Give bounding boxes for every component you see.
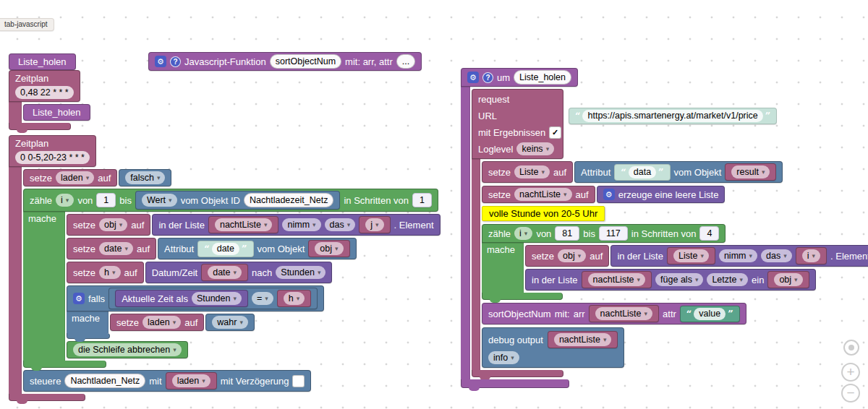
loop-var-dropdown[interactable]: i▾ xyxy=(514,227,532,240)
delay-checkbox[interactable] xyxy=(292,375,305,387)
block-left-wall[interactable] xyxy=(9,167,22,394)
um-header[interactable]: ⚙ ? um Liste_holen xyxy=(461,68,578,87)
zeitplan-block-1[interactable]: Zeitplan 0,48 22 * * * Liste_holen xyxy=(9,70,90,130)
if-block[interactable]: ⚙ falls Aktuelle Zeit als Stunden▾ =▾ xyxy=(67,285,324,339)
break-dropdown[interactable]: die Schleife abbrechen▾ xyxy=(73,343,182,356)
block-foot[interactable] xyxy=(472,370,563,377)
if-header[interactable]: ⚙ falls Aktuelle Zeit als Stunden▾ =▾ xyxy=(67,285,324,311)
procedure-name-field[interactable]: Liste_holen xyxy=(514,70,571,85)
block-left-wall[interactable] xyxy=(472,159,480,370)
number-shadow-block[interactable]: 1 xyxy=(412,193,432,207)
zoom-out-button[interactable]: − xyxy=(841,384,860,402)
set-variable-block[interactable]: setze date▾ auf xyxy=(67,238,156,259)
function-call-block[interactable]: sortObjectNum mit: arr nachtListe▾ attr … xyxy=(482,303,746,324)
set-variable-block[interactable]: setze nachtListe▾ auf xyxy=(482,186,595,203)
count-loop-header[interactable]: zähle i▾ von 1 bis Wert▾ vom Objekt ID N… xyxy=(23,189,438,212)
do-wall[interactable]: mache xyxy=(23,212,65,361)
comment-note[interactable]: volle Stunde von 20-5 Uhr xyxy=(482,206,605,221)
variable-dropdown[interactable]: laden▾ xyxy=(142,316,181,329)
call-liste-holen-block[interactable]: Liste_holen xyxy=(23,104,90,121)
variable-dropdown[interactable]: nachtListe▾ xyxy=(554,333,612,346)
zoom-in-button[interactable]: + xyxy=(841,363,860,382)
number-shadow-block[interactable]: 117 xyxy=(599,226,628,241)
variable-dropdown[interactable]: nachtListe▾ xyxy=(514,188,572,201)
value-dropdown[interactable]: Wert▾ xyxy=(142,194,177,207)
cron-field[interactable]: 0,48 22 * * * xyxy=(15,86,74,99)
set-variable-block[interactable]: setze h▾ auf xyxy=(67,262,144,283)
variable-dropdown[interactable]: date▾ xyxy=(99,242,133,255)
variable-dropdown[interactable]: Liste▾ xyxy=(514,165,550,178)
boolean-dropdown[interactable]: falsch▾ xyxy=(125,171,165,184)
gear-icon[interactable]: ⚙ xyxy=(603,189,615,200)
gear-icon[interactable]: ⚙ xyxy=(73,293,85,304)
block-foot[interactable] xyxy=(482,293,563,300)
string-value[interactable]: https://apis.smartenergy.at/market/v1/pr… xyxy=(582,110,762,122)
boolean-dropdown[interactable]: wahr▾ xyxy=(212,316,248,329)
block-left-wall[interactable] xyxy=(461,87,470,379)
variable-dropdown[interactable]: laden▾ xyxy=(56,171,94,184)
variable-get-block[interactable]: Liste▾ xyxy=(667,247,715,264)
mode-dropdown[interactable]: nimm▾ xyxy=(719,249,757,262)
unit-dropdown[interactable]: Stunden▾ xyxy=(276,266,326,279)
block-foot[interactable] xyxy=(461,379,569,388)
zeitplan-header[interactable]: Zeitplan 0 0-5,20-23 * * * xyxy=(9,135,96,167)
request-block[interactable]: request URL mit Ergebnissen ✓ Loglevel k… xyxy=(472,89,868,377)
boolean-true-block[interactable]: wahr▾ xyxy=(205,314,255,331)
loglevel-dropdown[interactable]: keins▾ xyxy=(516,142,554,155)
position-dropdown[interactable]: Letzte▾ xyxy=(707,273,748,286)
string-value[interactable]: date xyxy=(212,243,239,255)
string-block[interactable]: “ value ” xyxy=(680,306,740,322)
variable-dropdown[interactable]: nachtListe▾ xyxy=(595,307,653,320)
do-wall[interactable]: mache xyxy=(67,311,109,333)
variable-get-block[interactable]: nachtListe▾ xyxy=(582,271,652,288)
variable-dropdown[interactable]: Liste▾ xyxy=(673,249,709,262)
current-time-block[interactable]: Aktuelle Zeit als Stunden▾ xyxy=(115,290,248,307)
datetime-convert-block[interactable]: Datum/Zeit date▾ nach Stunden▾ xyxy=(145,262,333,283)
variable-get-block[interactable]: date▾ xyxy=(201,264,248,281)
count-loop-block[interactable]: zähle i▾ von 81 bis 117 in Schritten von… xyxy=(482,224,868,300)
set-variable-block[interactable]: setze obj▾ auf xyxy=(525,245,609,267)
set-variable-block[interactable]: setze laden▾ auf xyxy=(110,314,204,331)
variable-dropdown[interactable]: laden▾ xyxy=(172,374,210,387)
variable-dropdown[interactable]: h▾ xyxy=(284,292,305,305)
list-get-block[interactable]: in der Liste nachtListe▾ nimm▾ das▾ j▾ xyxy=(152,214,440,236)
boolean-false-block[interactable]: falsch▾ xyxy=(119,169,171,186)
variable-get-block[interactable]: obj▾ xyxy=(308,240,349,257)
variable-dropdown[interactable]: nachtListe▾ xyxy=(215,218,273,231)
variable-get-block[interactable]: laden▾ xyxy=(166,372,217,389)
request-header[interactable]: request URL mit Ergebnissen ✓ Loglevel k… xyxy=(472,89,563,159)
zeitplan-header[interactable]: Zeitplan 0,48 22 * * * xyxy=(9,70,80,102)
url-string-block[interactable]: “ https://apis.smartenergy.at/market/v1/… xyxy=(569,108,777,124)
call-liste-holen-block[interactable]: Liste_holen xyxy=(9,53,76,70)
variable-dropdown[interactable]: obj▾ xyxy=(774,273,802,286)
variable-dropdown[interactable]: obj▾ xyxy=(315,242,343,255)
variable-get-block[interactable]: result▾ xyxy=(725,163,776,181)
gear-icon[interactable]: ⚙ xyxy=(467,72,479,83)
set-variable-block[interactable]: setze laden▾ auf xyxy=(23,169,117,186)
um-procedure-block[interactable]: ⚙ ? um Liste_holen request URL mit Ergeb… xyxy=(461,68,868,388)
variable-dropdown[interactable]: nachtListe▾ xyxy=(588,273,646,286)
workspace-tab[interactable]: tab-javascript xyxy=(0,18,54,31)
zeitplan-block-2[interactable]: Zeitplan 0 0-5,20-23 * * * setze laden▾ … xyxy=(9,135,441,401)
block-foot[interactable] xyxy=(9,394,85,401)
help-icon[interactable]: ? xyxy=(482,72,493,83)
variable-get-block[interactable]: j▾ xyxy=(359,216,390,233)
operator-dropdown[interactable]: =▾ xyxy=(252,292,273,305)
results-checkbox[interactable]: ✓ xyxy=(549,126,561,139)
block-foot[interactable] xyxy=(9,123,71,130)
loop-var-dropdown[interactable]: i▾ xyxy=(56,194,74,207)
count-loop-block[interactable]: zähle i▾ von 1 bis Wert▾ vom Objekt ID N… xyxy=(23,189,441,368)
do-wall[interactable]: mache xyxy=(482,243,524,293)
list-insert-block[interactable]: in der Liste nachtListe▾ füge als▾ Letzt… xyxy=(525,269,816,290)
number-shadow-block[interactable]: 1 xyxy=(96,193,116,207)
control-device-block[interactable]: steuere Nachtladen_Netz mit laden▾ mit V… xyxy=(23,370,311,392)
block-foot[interactable] xyxy=(67,333,110,339)
device-field[interactable]: Nachtladen_Netz xyxy=(64,374,145,388)
string-value[interactable]: value xyxy=(694,308,726,320)
attribute-block[interactable]: Attribut “ date ” vom Objekt obj▾ xyxy=(158,238,356,259)
variable-get-block[interactable]: nachtListe▾ xyxy=(589,305,660,322)
string-shadow-block[interactable]: “ date ” xyxy=(197,241,253,257)
blockly-workspace[interactable]: tab-javascript ⚙ ? Javascript-Funktion s… xyxy=(0,0,868,409)
variable-dropdown[interactable]: j▾ xyxy=(365,218,383,231)
variable-get-block[interactable]: h▾ xyxy=(277,290,311,307)
